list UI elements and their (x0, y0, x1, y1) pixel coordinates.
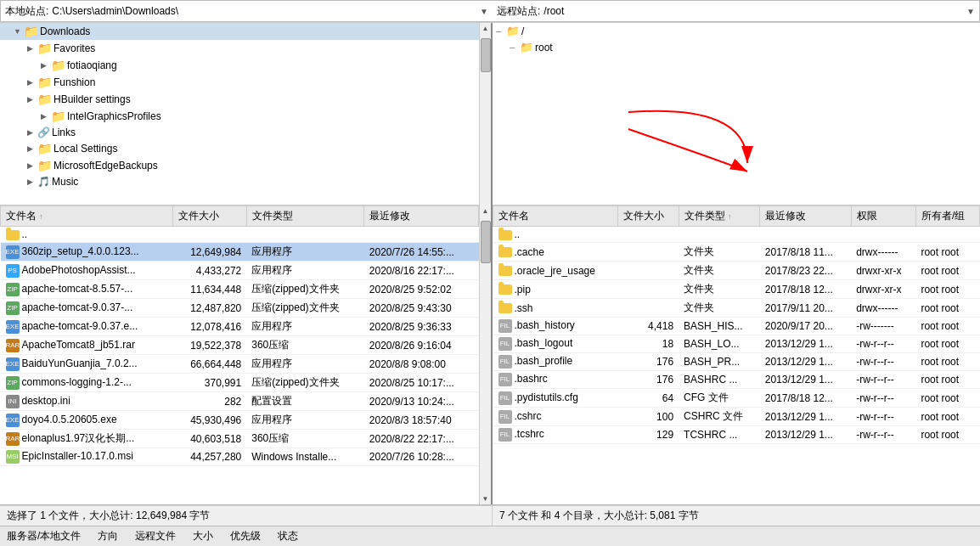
col-owner-right[interactable]: 所有者/组 (915, 206, 979, 227)
right-file-perm: drwx------ (851, 243, 915, 262)
left-file-size: 12,649,984 (173, 243, 247, 262)
right-file-row[interactable]: FIL.pydistutils.cfg 64 CFG 文件 2017/8/18 … (493, 389, 980, 408)
left-file-name: PSAdobePhotoshopAssist... (1, 262, 173, 280)
left-file-row[interactable]: EXEdoyo4.0.5.20605.exe 45,930,496 应用程序 2… (1, 411, 479, 430)
right-file-list[interactable]: 文件名 文件大小 文件类型 ↑ 最近修改 权限 所有者/组 .. (493, 205, 980, 504)
left-tree-item-fotiaoqiang[interactable]: ▶📁fotiaoqiang (0, 57, 479, 74)
col-modified-left[interactable]: 最近修改 (364, 206, 479, 227)
right-status-bar: 7 个文件 和 4 个目录，大小总计: 5,081 字节 (493, 505, 980, 526)
right-file-owner (915, 227, 979, 243)
left-tree-item-favorites[interactable]: ▶📁Favorites (0, 40, 479, 57)
right-file-row[interactable]: .. (493, 227, 980, 243)
left-file-list[interactable]: 文件名 ↑ 文件大小 文件类型 最近修改 .. EXE360zip_setup_… (0, 205, 479, 504)
right-file-row[interactable]: .oracle_jre_usage 文件夹 2017/8/23 22... dr… (493, 262, 980, 280)
scroll-up-arrow[interactable]: ▲ (481, 23, 491, 34)
left-file-size: 40,603,518 (173, 430, 247, 448)
col-perm-right[interactable]: 权限 (851, 206, 915, 227)
right-file-row[interactable]: FIL.cshrc 100 CSHRC 文件 2013/12/29 1... -… (493, 408, 980, 426)
left-file-row[interactable]: EXEBaiduYunGuanjia_7.0.2... 66,664,448 应… (1, 355, 479, 374)
left-file-modified (364, 227, 479, 243)
right-file-size: 176 (618, 353, 679, 371)
left-file-row[interactable]: EXEapache-tomcat-9.0.37.e... 12,078,416 … (1, 318, 479, 336)
right-file-row[interactable]: FIL.tcshrc 129 TCSHRC ... 2013/12/29 1..… (493, 426, 980, 444)
right-file-owner: root root (915, 389, 979, 408)
right-file-owner: root root (915, 262, 979, 280)
local-path-dropdown[interactable]: ▼ (480, 7, 488, 16)
left-file-row[interactable]: PSAdobePhotoshopAssist... 4,433,272 应用程序… (1, 262, 479, 280)
col-size-left[interactable]: 文件大小 (173, 206, 247, 227)
right-file-row[interactable]: FIL.bash_history 4,418 BASH_HIS... 2020/… (493, 318, 980, 335)
scroll-down-arrow[interactable]: ▼ (481, 493, 491, 504)
left-file-size: 45,930,496 (173, 411, 247, 430)
left-tree-scrollbar[interactable]: ▲ (479, 23, 491, 205)
right-tree-item-slash[interactable]: ─📁/ (493, 23, 980, 39)
right-file-name: .. (493, 227, 618, 243)
right-file-row[interactable]: FIL.bash_profile 176 BASH_PR... 2013/12/… (493, 353, 980, 371)
left-file-row[interactable]: RARelonaplus1.97汉化长期... 40,603,518 360压缩… (1, 430, 479, 448)
left-file-row[interactable]: RARApacheTomcat8_jb51.rar 19,522,378 360… (1, 336, 479, 355)
right-tree-area[interactable]: ─📁/─📁root (493, 23, 980, 205)
scroll-up-arrow-2[interactable]: ▲ (481, 205, 491, 217)
left-file-type: 应用程序 (246, 355, 364, 374)
col-name-right[interactable]: 文件名 (493, 206, 618, 227)
left-tree-item-funshion[interactable]: ▶📁Funshion (0, 74, 479, 91)
right-file-name: .pip (493, 280, 618, 299)
left-file-size: 66,664,448 (173, 355, 247, 374)
left-tree-item-intel[interactable]: ▶📁IntelGraphicsProfiles (0, 108, 479, 125)
left-file-row[interactable]: .. (1, 227, 479, 243)
col-type-left[interactable]: 文件类型 (246, 206, 364, 227)
toolbar-item-server-local[interactable]: 服务器/本地文件 (7, 529, 81, 543)
left-file-size: 282 (173, 392, 247, 411)
right-path-bar[interactable]: 远程站点: ▼ (493, 0, 980, 22)
right-file-modified: 2013/12/29 1... (760, 426, 851, 444)
toolbar-item-remote-file[interactable]: 远程文件 (135, 529, 176, 543)
left-tree-item-hbuilder[interactable]: ▶📁HBuilder settings (0, 91, 479, 108)
left-tree-area[interactable]: ▼📁Downloads▶📁Favorites▶📁fotiaoqiang▶📁Fun… (0, 23, 479, 205)
left-tree-item-downloads[interactable]: ▼📁Downloads (0, 23, 479, 40)
left-file-row[interactable]: MSIEpicInstaller-10.17.0.msi 44,257,280 … (1, 448, 479, 466)
right-file-size (618, 299, 679, 318)
scroll-thumb-2[interactable] (481, 221, 491, 263)
col-type-right[interactable]: 文件类型 ↑ (679, 206, 760, 227)
right-file-row[interactable]: FIL.bash_logout 18 BASH_LO... 2013/12/29… (493, 335, 980, 353)
left-file-row[interactable]: INIdesktop.ini 282 配置设置 2020/9/13 10:24:… (1, 392, 479, 411)
left-tree-item-links[interactable]: ▶🔗Links (0, 125, 479, 140)
left-file-row[interactable]: EXE360zip_setup_4.0.0.123... 12,649,984 … (1, 243, 479, 262)
col-name-left[interactable]: 文件名 ↑ (1, 206, 173, 227)
left-file-row[interactable]: ZIPcommons-logging-1.2-... 370,991 压缩(zi… (1, 374, 479, 392)
toolbar-item-size[interactable]: 大小 (193, 529, 213, 543)
left-file-name: EXE360zip_setup_4.0.0.123... (1, 243, 173, 262)
left-file-name: INIdesktop.ini (1, 392, 173, 411)
remote-path-dropdown[interactable]: ▼ (966, 7, 975, 16)
left-file-row[interactable]: ZIPapache-tomcat-8.5.57-... 11,634,448 压… (1, 280, 479, 299)
right-file-type: BASH_HIS... (679, 318, 760, 335)
scroll-thumb[interactable] (481, 38, 491, 72)
left-file-scrollbar[interactable]: ▲ ▼ (479, 205, 491, 504)
local-path-input[interactable] (52, 5, 480, 17)
right-tree-item-root[interactable]: ─📁root (493, 39, 980, 55)
right-file-size: 129 (618, 426, 679, 444)
right-file-row[interactable]: .pip 文件夹 2017/8/18 12... drwxr-xr-x root… (493, 280, 980, 299)
right-file-perm: -rw-r--r-- (851, 408, 915, 426)
left-tree-item-local[interactable]: ▶📁Local Settings (0, 140, 479, 157)
right-file-size (618, 262, 679, 280)
left-file-type: 应用程序 (246, 411, 364, 430)
left-path-bar[interactable]: 本地站点: ▼ (0, 0, 493, 22)
toolbar-item-status[interactable]: 状态 (278, 529, 298, 543)
remote-path-input[interactable] (544, 5, 966, 17)
toolbar-item-priority[interactable]: 优先级 (230, 529, 261, 543)
toolbar-item-direction[interactable]: 方向 (98, 529, 118, 543)
col-modified-right[interactable]: 最近修改 (760, 206, 851, 227)
right-file-row[interactable]: .ssh 文件夹 2017/9/11 20... drwx------ root… (493, 299, 980, 318)
right-file-row[interactable]: .cache 文件夹 2017/8/18 11... drwx------ ro… (493, 243, 980, 262)
right-file-owner: root root (915, 280, 979, 299)
left-tree-item-msedge[interactable]: ▶📁MicrosoftEdgeBackups (0, 157, 479, 174)
right-file-row[interactable]: FIL.bashrc 176 BASHRC ... 2013/12/29 1..… (493, 371, 980, 389)
left-tree-item-music[interactable]: ▶🎵Music (0, 174, 479, 189)
right-file-name: FIL.bash_profile (493, 353, 618, 371)
col-size-right[interactable]: 文件大小 (618, 206, 679, 227)
left-file-modified: 2020/8/22 22:17:... (364, 430, 479, 448)
left-file-row[interactable]: ZIPapache-tomcat-9.0.37-... 12,487,820 压… (1, 299, 479, 318)
right-file-owner: root root (915, 408, 979, 426)
left-file-name: EXEdoyo4.0.5.20605.exe (1, 411, 173, 430)
